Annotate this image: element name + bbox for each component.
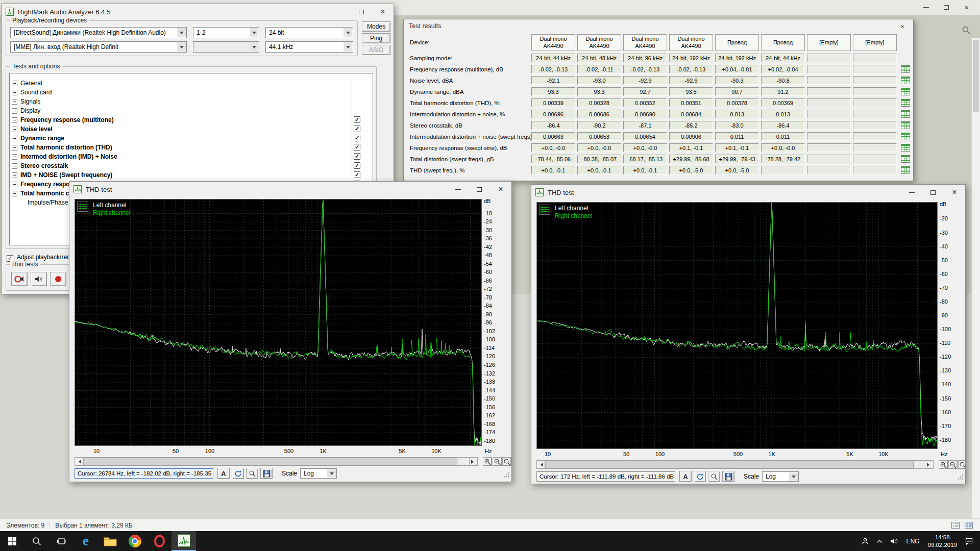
expand-plus-icon[interactable]: [12, 182, 17, 187]
asio-button[interactable]: ASIO: [362, 45, 390, 55]
spectrum-grid-icon[interactable]: [901, 99, 910, 107]
device-column-header[interactable]: Dual mono AK4490: [669, 34, 713, 51]
spectrum-grid-icon[interactable]: [901, 166, 910, 174]
modes-button[interactable]: Modes: [362, 21, 390, 32]
device-column-header[interactable]: [Empty]: [853, 34, 897, 51]
play-only-button[interactable]: [31, 272, 47, 286]
expand-plus-icon[interactable]: [12, 81, 17, 86]
zoom-in-button[interactable]: [939, 460, 948, 469]
hidden-icons-button[interactable]: [873, 531, 886, 551]
spectrum-grid-icon[interactable]: [901, 121, 910, 129]
thd-titlebar[interactable]: THD test×: [531, 185, 965, 200]
spectrum-grid-icon[interactable]: [901, 77, 910, 84]
scale-select[interactable]: Log: [762, 471, 799, 482]
tree-item[interactable]: Sound card: [10, 88, 373, 97]
task-view-button[interactable]: [49, 531, 74, 551]
zoom-reset-button[interactable]: [958, 460, 966, 469]
test-checkbox[interactable]: ✓: [354, 135, 360, 141]
expand-plus-icon[interactable]: [12, 172, 17, 178]
expand-plus-icon[interactable]: [12, 108, 17, 114]
magnifier-button[interactable]: [708, 471, 720, 482]
expand-plus-icon[interactable]: [12, 154, 17, 160]
taskbar-rmaa[interactable]: [172, 531, 196, 551]
tree-item[interactable]: Dynamic range✓: [10, 134, 373, 143]
taskbar-opera[interactable]: [147, 531, 172, 551]
close-button[interactable]: ×: [944, 185, 965, 200]
scrollbar-thumb[interactable]: [973, 40, 979, 112]
minimize-button[interactable]: [447, 182, 469, 197]
horizontal-scrollbar[interactable]: [75, 457, 478, 466]
action-center-button[interactable]: [961, 531, 977, 551]
cursor-readout[interactable]: Cursor: 172 Hz, left = -111.89 dB, right…: [536, 471, 675, 482]
device-column-header[interactable]: Провод: [715, 34, 759, 51]
minimize-button[interactable]: [916, 0, 936, 14]
scroll-left-button[interactable]: [537, 461, 545, 468]
expand-plus-icon[interactable]: [12, 145, 17, 151]
test-checkbox[interactable]: ✓: [354, 171, 360, 178]
zoom-out-button[interactable]: [948, 460, 958, 469]
expand-plus-icon[interactable]: [12, 191, 17, 196]
close-button[interactable]: ×: [894, 19, 911, 33]
spectrum-grid-icon[interactable]: [901, 110, 910, 118]
tree-item[interactable]: Stereo crosstalk✓: [10, 161, 373, 170]
scrollbar-thumb[interactable]: [83, 458, 457, 465]
resize-grip[interactable]: [957, 473, 964, 482]
spectrum-grid-icon[interactable]: [901, 133, 910, 140]
run-test-record-play-button[interactable]: [11, 272, 28, 286]
close-button[interactable]: ×: [957, 0, 977, 14]
close-button[interactable]: ×: [490, 182, 511, 197]
language-indicator[interactable]: ENG: [902, 538, 923, 545]
expand-plus-icon[interactable]: [12, 117, 17, 123]
search-icon[interactable]: [962, 26, 971, 37]
taskbar-chrome[interactable]: [122, 531, 147, 551]
device-column-header[interactable]: Dual mono AK4490: [577, 34, 621, 51]
scrollbar-thumb[interactable]: [545, 461, 914, 468]
horizontal-scrollbar[interactable]: [536, 460, 934, 469]
maximize-button[interactable]: [351, 4, 372, 19]
device-column-header[interactable]: Dual mono AK4490: [531, 34, 575, 51]
taskbar-search-button[interactable]: [24, 531, 49, 551]
tree-item[interactable]: Display: [10, 106, 373, 115]
device-column-header[interactable]: Dual mono AK4490: [623, 34, 667, 51]
recording-sample-rate-select[interactable]: 44.1 kHz: [265, 41, 353, 53]
legend-grid-icon[interactable]: [77, 202, 88, 212]
maximize-button[interactable]: [922, 185, 944, 200]
close-button[interactable]: ×: [372, 4, 394, 19]
refresh-button[interactable]: [232, 468, 244, 479]
scale-select[interactable]: Log: [300, 468, 337, 479]
spectrum-grid-icon[interactable]: [901, 144, 910, 152]
scroll-right-button[interactable]: [925, 461, 933, 468]
maximize-button[interactable]: [936, 0, 957, 14]
device-column-header[interactable]: [Empty]: [807, 34, 851, 51]
magnifier-button[interactable]: [246, 468, 258, 479]
start-button[interactable]: [0, 531, 24, 551]
test-checkbox[interactable]: ✓: [354, 116, 360, 123]
details-view-icon[interactable]: [951, 522, 960, 530]
tree-item[interactable]: Frequency response (multitone)✓: [10, 115, 373, 124]
save-button[interactable]: [722, 471, 734, 482]
clock[interactable]: 14:58 09.02.2019: [923, 531, 961, 551]
refresh-button[interactable]: [694, 471, 706, 482]
expand-plus-icon[interactable]: [12, 127, 17, 132]
results-titlebar[interactable]: Test results ×: [404, 19, 913, 33]
scroll-left-button[interactable]: [75, 458, 83, 465]
test-checkbox[interactable]: ✓: [354, 144, 360, 151]
tree-item[interactable]: Noise level✓: [10, 124, 373, 134]
tree-item[interactable]: Signals: [10, 97, 373, 106]
thd-titlebar[interactable]: THD test×: [69, 182, 511, 197]
zoom-reset-button[interactable]: [502, 457, 511, 466]
people-button[interactable]: [857, 531, 873, 551]
playback-device-select[interactable]: [DirectSound] Динамики (Realtek High Def…: [10, 27, 187, 38]
spectrum-grid-icon[interactable]: [901, 155, 910, 163]
taskbar-file-explorer[interactable]: [98, 531, 122, 551]
background-scrollbar[interactable]: [971, 38, 980, 518]
save-button[interactable]: [260, 468, 273, 479]
expand-plus-icon[interactable]: [12, 163, 17, 169]
tree-item[interactable]: Intermod distortion (IMD) + Noise✓: [10, 152, 373, 161]
font-button[interactable]: A: [217, 468, 230, 479]
minimize-button[interactable]: [329, 4, 351, 19]
scrollbar-track[interactable]: [83, 458, 469, 465]
recording-channels-select[interactable]: [193, 41, 259, 53]
scrollbar-track[interactable]: [545, 461, 925, 468]
expand-plus-icon[interactable]: [12, 136, 17, 141]
